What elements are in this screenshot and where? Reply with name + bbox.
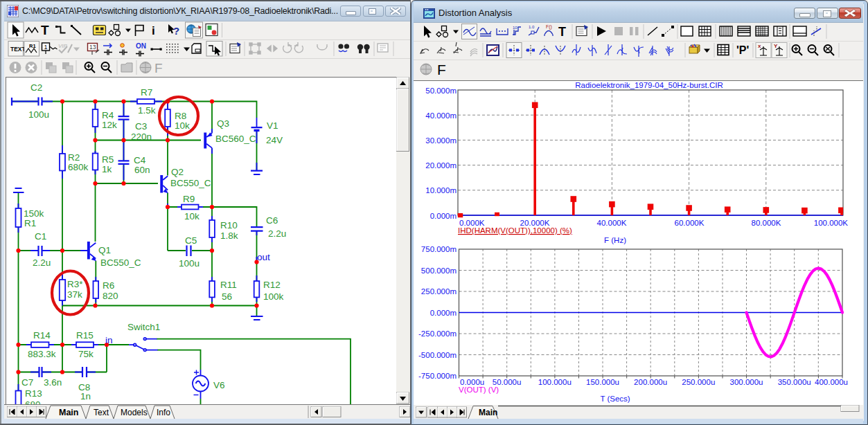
svg-text:-500.000m: -500.000m: [418, 351, 457, 359]
svg-text:IHD(HARM(V(OUT)),10000) (%): IHD(HARM(V(OUT)),10000) (%): [458, 226, 572, 235]
svg-text:R14: R14: [33, 330, 51, 341]
svg-text:x: x: [758, 43, 761, 49]
svg-text:BC550_C: BC550_C: [100, 257, 141, 268]
svg-text:100.000u: 100.000u: [538, 378, 572, 386]
svg-text:3.6n: 3.6n: [44, 377, 62, 388]
svg-text:R5: R5: [102, 154, 114, 165]
svg-text:TEXT: TEXT: [10, 46, 26, 53]
svg-text:12k: 12k: [102, 120, 117, 130]
svg-text:60n: 60n: [134, 165, 150, 175]
svg-text:C4: C4: [134, 155, 146, 165]
svg-text:ON: ON: [136, 42, 146, 50]
svg-text:100u: 100u: [179, 258, 200, 269]
svg-text:V(OUT) (V): V(OUT) (V): [459, 386, 499, 394]
svg-text:200.000u: 200.000u: [634, 378, 667, 386]
svg-text:C5: C5: [185, 235, 197, 246]
svg-text:100.000K: 100.000K: [814, 219, 849, 227]
svg-text:R13: R13: [25, 388, 42, 399]
svg-text:1.5k: 1.5k: [138, 105, 156, 116]
svg-text:680k: 680k: [68, 162, 89, 172]
svg-text:250.000m: 250.000m: [421, 287, 457, 296]
svg-text:0.000m: 0.000m: [430, 309, 457, 317]
svg-text:56: 56: [222, 291, 232, 302]
svg-text:2.2u: 2.2u: [268, 228, 286, 239]
svg-text:150.000u: 150.000u: [586, 378, 619, 386]
svg-text:R7: R7: [141, 87, 152, 98]
svg-text:C7: C7: [21, 377, 33, 388]
svg-text:37k: 37k: [67, 289, 82, 300]
svg-text:R9: R9: [183, 194, 195, 204]
svg-text:10: 10: [513, 26, 517, 30]
svg-text:?: ?: [173, 25, 179, 37]
svg-text:150k: 150k: [24, 208, 44, 219]
svg-text:R6: R6: [103, 280, 114, 291]
svg-text:-750.000m: -750.000m: [418, 372, 457, 380]
svg-text:Switch1: Switch1: [127, 322, 160, 332]
svg-text:40.000K: 40.000K: [597, 219, 627, 227]
svg-text:F: F: [437, 62, 446, 78]
svg-text:1n: 1n: [80, 391, 91, 401]
svg-text:100u: 100u: [28, 109, 49, 120]
svg-text:1k: 1k: [102, 164, 112, 174]
svg-text:50.000m: 50.000m: [425, 87, 457, 95]
svg-text:R2: R2: [68, 152, 80, 163]
svg-text:300.000u: 300.000u: [730, 378, 763, 386]
svg-text:883.3k: 883.3k: [28, 349, 56, 359]
svg-text:Models: Models: [121, 408, 148, 417]
svg-text:R1: R1: [24, 218, 36, 228]
svg-text:Radioelektronik_1979-04_50Hz-b: Radioelektronik_1979-04_50Hz-burst.CIR: [575, 81, 723, 89]
svg-text:C6: C6: [266, 215, 278, 226]
svg-text:24V: 24V: [266, 135, 283, 145]
svg-text:60.000K: 60.000K: [675, 219, 705, 227]
svg-text:F(): F(): [546, 24, 552, 30]
svg-text:F: F: [154, 61, 163, 75]
svg-text:R3*: R3*: [67, 279, 83, 289]
svg-text:1.8k: 1.8k: [220, 230, 238, 241]
svg-text:10k: 10k: [184, 211, 200, 221]
svg-text:Y: Y: [774, 43, 778, 49]
svg-text:V1: V1: [267, 120, 278, 131]
svg-text:1.0: 1.0: [529, 25, 535, 29]
svg-text:BC550_C: BC550_C: [170, 178, 211, 188]
svg-text:i: i: [152, 24, 155, 37]
svg-text:0.000m: 0.000m: [430, 212, 457, 220]
svg-text:30.000m: 30.000m: [425, 136, 457, 145]
svg-text:40.000m: 40.000m: [425, 111, 457, 120]
svg-text:BC560_C: BC560_C: [215, 134, 256, 144]
svg-text:-250.000m: -250.000m: [418, 329, 457, 338]
svg-text:220n: 220n: [131, 132, 152, 142]
svg-text:2.2u: 2.2u: [33, 257, 51, 268]
svg-text:R1: R1: [29, 43, 36, 49]
svg-text:Main: Main: [479, 408, 497, 417]
svg-text:1: 1: [44, 44, 48, 51]
svg-text:'P': 'P': [736, 44, 749, 56]
svg-text:Text: Text: [94, 408, 109, 417]
svg-text:T (Secs): T (Secs): [600, 395, 630, 403]
svg-text:750.000m: 750.000m: [421, 245, 457, 253]
svg-text:V6: V6: [213, 380, 225, 390]
svg-text:T: T: [558, 25, 566, 39]
svg-text:400.000u: 400.000u: [815, 378, 848, 386]
svg-text:80.000K: 80.000K: [752, 219, 781, 227]
svg-text:20.000K: 20.000K: [520, 219, 550, 227]
svg-text:75k: 75k: [78, 349, 94, 359]
svg-text:0.000K: 0.000K: [459, 219, 485, 227]
svg-text:10.000m: 10.000m: [425, 186, 457, 195]
svg-text:R12: R12: [263, 280, 281, 290]
svg-text:C3: C3: [135, 121, 147, 132]
svg-text:Info: Info: [157, 408, 170, 417]
svg-text:R4: R4: [102, 110, 114, 120]
svg-text:10k: 10k: [175, 120, 190, 131]
svg-text:250.000u: 250.000u: [682, 378, 715, 386]
svg-text:13: 13: [89, 44, 96, 51]
svg-text:820: 820: [103, 291, 118, 301]
svg-text:C2: C2: [30, 82, 42, 93]
svg-text:Q2: Q2: [171, 167, 184, 177]
svg-text:20.000m: 20.000m: [425, 161, 457, 170]
svg-text:F (Hz): F (Hz): [604, 236, 626, 244]
svg-text:C1: C1: [35, 231, 46, 242]
svg-text:T: T: [41, 23, 49, 37]
svg-text:R11: R11: [220, 280, 237, 290]
svg-text:in: in: [105, 335, 113, 345]
svg-text:350.000u: 350.000u: [778, 378, 811, 386]
